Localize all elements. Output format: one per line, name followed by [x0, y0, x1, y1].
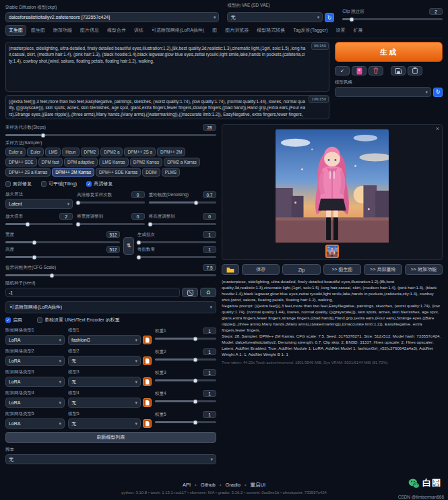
extra-networks-button[interactable] — [352, 66, 366, 75]
tab-gallery[interactable]: 图 — [209, 25, 220, 36]
lora-model-dropdown[interactable]: 无▾ — [68, 356, 141, 366]
lora-model-dropdown[interactable]: 无▾ — [68, 377, 141, 387]
lora-enable-checkbox[interactable]: ✓启用 — [5, 317, 22, 323]
reuse-seed-button[interactable]: ♻ — [200, 288, 216, 297]
height-value[interactable]: 512 — [106, 246, 120, 253]
lora-model-info-button[interactable] — [143, 356, 152, 365]
paste-params-button[interactable]: ↙ — [335, 66, 350, 75]
tab-checkpoint-merger[interactable]: 模型合并 — [104, 25, 129, 36]
clip-skip-value[interactable]: 2 — [429, 8, 443, 15]
sampler-option[interactable]: DPM++ SDE — [5, 158, 37, 166]
seed-input[interactable]: -1 — [5, 288, 180, 297]
lora-weight-slider[interactable] — [155, 421, 216, 423]
tab-img2img[interactable]: 图生图 — [28, 25, 49, 36]
resize-width-value[interactable]: 0 — [131, 213, 145, 220]
vae-dropdown[interactable]: 无 ▾ — [227, 12, 323, 22]
lora-weight-slider[interactable] — [155, 358, 216, 361]
sampler-option[interactable]: Heun — [62, 148, 79, 156]
lora-weight-value[interactable]: 1 — [203, 327, 216, 334]
lora-weight-value[interactable]: 1 — [203, 348, 216, 355]
lora-model-dropdown[interactable]: fashionG▾ — [68, 335, 141, 345]
sampler-option-selected[interactable]: DPM++ 2M Karras — [52, 168, 94, 177]
styles-dropdown[interactable]: ▾ — [335, 87, 431, 97]
save-style-button[interactable] — [391, 66, 406, 75]
width-value[interactable]: 512 — [106, 231, 120, 238]
upscaler-dropdown[interactable]: Latent ▾ — [5, 199, 73, 209]
lora-type-dropdown[interactable]: LoRA▾ — [5, 377, 65, 387]
sampler-option[interactable]: LMS — [45, 148, 61, 156]
gallery-thumbnail[interactable] — [325, 245, 339, 258]
sampler-option[interactable]: DPM2 Karras — [130, 158, 162, 166]
random-seed-button[interactable] — [182, 288, 198, 297]
resize-width-slider[interactable] — [77, 223, 144, 225]
script-dropdown[interactable]: 无 ▾ — [5, 454, 216, 464]
batch-count-slider[interactable] — [137, 241, 216, 243]
lora-model-dropdown[interactable]: 无▾ — [68, 398, 141, 408]
lora-model-info-button[interactable] — [143, 377, 152, 386]
generate-button[interactable]: 生成 — [335, 42, 443, 62]
batch-size-value[interactable]: 1 — [203, 246, 216, 253]
sampler-option[interactable]: DPM2 — [81, 148, 100, 156]
sampler-option[interactable]: DPM++ SDE Karras — [96, 168, 141, 177]
tab-extensions[interactable]: 扩展 — [350, 25, 366, 36]
lora-weight-value[interactable]: 1 — [203, 411, 216, 418]
hires-steps-value[interactable]: 0 — [131, 191, 145, 198]
lora-separate-weights-checkbox[interactable]: 单独设置 UNet/Text Encoder 的权重 — [37, 317, 120, 323]
tab-txt2img[interactable]: 文生图 — [5, 25, 26, 36]
tab-extras[interactable]: 附加功能 — [50, 25, 75, 36]
denoising-value[interactable]: 0.7 — [203, 191, 216, 198]
zip-button[interactable]: Zip — [282, 264, 320, 275]
github-link[interactable]: Github — [201, 482, 216, 489]
steps-slider[interactable] — [5, 134, 216, 136]
resize-height-slider[interactable] — [149, 223, 216, 225]
resize-height-value[interactable]: 0 — [203, 213, 216, 220]
upscale-by-value[interactable]: 2 — [59, 213, 73, 220]
tiling-checkbox[interactable]: 可平铺(Tiling) — [41, 181, 77, 187]
sampler-option[interactable]: Euler a — [5, 148, 26, 156]
sampler-option[interactable]: DPM adaptive — [64, 158, 98, 166]
tab-png-info[interactable]: 图片信息 — [77, 25, 102, 36]
width-slider[interactable] — [5, 241, 120, 243]
upscale-by-slider[interactable] — [5, 223, 73, 225]
lora-model-info-button[interactable] — [143, 398, 152, 407]
clip-skip-slider[interactable] — [342, 18, 443, 20]
result-gallery[interactable]: × — [222, 124, 443, 260]
lora-weight-value[interactable]: 1 — [203, 390, 216, 397]
open-folder-button[interactable] — [222, 264, 239, 275]
batch-size-slider[interactable] — [137, 256, 216, 258]
lora-type-dropdown[interactable]: LoRA▾ — [5, 418, 65, 429]
negative-prompt-input[interactable]: (((extra feet))),3 feet,more than two fe… — [5, 95, 329, 119]
sampler-option[interactable]: DPM++ 2S a Karras — [5, 168, 51, 177]
lora-type-dropdown[interactable]: LoRA▾ — [5, 335, 65, 345]
save-button[interactable]: 保存 — [242, 264, 280, 275]
sampler-option[interactable]: DPM++ 2S a — [124, 148, 156, 156]
sampler-option[interactable]: LMS Karras — [99, 158, 129, 166]
send-to-extras-button[interactable]: >> 附加功能 — [405, 264, 443, 275]
cfg-scale-slider[interactable] — [5, 274, 216, 276]
lora-type-dropdown[interactable]: LoRA▾ — [5, 398, 65, 408]
lora-weight-slider[interactable] — [155, 338, 216, 340]
sampler-option[interactable]: DPM2 a — [100, 148, 123, 156]
steps-value[interactable]: 28 — [203, 124, 216, 131]
restart-ui-link[interactable]: 重启UI — [251, 482, 266, 489]
sampler-option[interactable]: DPM fast — [38, 158, 63, 166]
gradio-link[interactable]: Gradio — [225, 482, 241, 489]
refresh-styles-button[interactable]: ↻ — [433, 88, 443, 97]
generated-image[interactable] — [276, 129, 389, 243]
api-link[interactable]: API — [183, 482, 191, 489]
batch-count-value[interactable]: 1 — [203, 231, 216, 238]
tab-settings[interactable]: 设置 — [333, 25, 349, 36]
hires-fix-checkbox[interactable]: ✓高清修复 — [86, 181, 113, 187]
height-slider[interactable] — [5, 256, 120, 258]
tab-image-browser[interactable]: 图片浏览器 — [222, 25, 252, 36]
prompt-input[interactable]: (masterpiece, sidelighting, ultra-detail… — [5, 42, 329, 92]
tab-model-converter[interactable]: 模型格式转换 — [253, 25, 288, 36]
refresh-models-button[interactable]: 刷新模型列表 — [5, 432, 216, 443]
lora-type-dropdown[interactable]: LoRA▾ — [5, 356, 65, 366]
lora-model-dropdown[interactable]: 无▾ — [68, 418, 141, 429]
lora-weight-slider[interactable] — [155, 379, 216, 381]
sampler-option[interactable]: Euler — [27, 148, 44, 156]
lora-weight-slider[interactable] — [155, 400, 216, 402]
sampler-option[interactable]: DPM++ 2M — [157, 148, 185, 156]
send-to-img2img-button[interactable]: >> 图生图 — [323, 264, 361, 275]
